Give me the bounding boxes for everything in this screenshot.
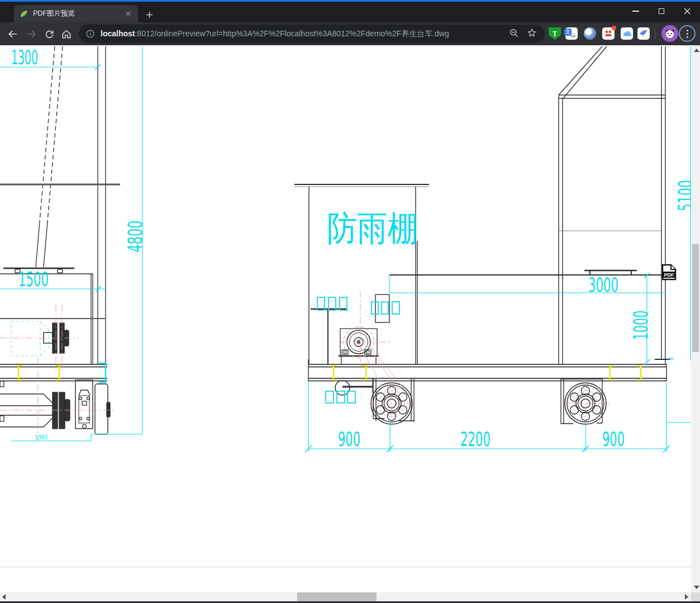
- reload-button[interactable]: [41, 26, 58, 42]
- window-controls: [623, 2, 700, 21]
- belt-lines: [360, 337, 410, 401]
- tab-title: PDF图片预览: [33, 9, 123, 18]
- back-button[interactable]: [4, 26, 21, 42]
- scroll-down-icon[interactable]: [694, 586, 699, 589]
- dim-5100: 5100: [674, 180, 692, 211]
- maximize-button[interactable]: [649, 2, 674, 21]
- horizontal-scrollbar[interactable]: [0, 592, 691, 601]
- dim-1385: 1385: [35, 434, 48, 441]
- bookmark-star-icon[interactable]: [526, 27, 537, 41]
- drive-motor: [335, 327, 379, 395]
- url-bar[interactable]: localhost:8012/onlinePreview?url=http%3A…: [79, 25, 545, 43]
- minimize-button[interactable]: [623, 2, 649, 21]
- forward-button[interactable]: [23, 26, 40, 42]
- horizontal-scroll-thumb[interactable]: [297, 592, 377, 601]
- browser-window: PDF图片预览: [0, 0, 700, 603]
- blue-ring-extension-icon[interactable]: [584, 27, 596, 40]
- dim-1000: 1000: [629, 311, 652, 340]
- tab-close-icon[interactable]: [123, 10, 132, 18]
- shelter-label: 防雨棚: [327, 208, 418, 249]
- zoom-out-icon[interactable]: [508, 27, 520, 41]
- close-button[interactable]: [674, 2, 700, 21]
- red-extension-icon[interactable]: [602, 27, 615, 40]
- cloud-extension-icon[interactable]: [621, 27, 633, 40]
- page-bottom-edge: [0, 567, 691, 568]
- tampermonkey-extension-icon[interactable]: T: [549, 27, 561, 40]
- url-text: localhost:8012/onlinePreview?url=http%3A…: [101, 29, 449, 39]
- url-path: :8012/onlinePreview?url=http%3A%2F%2Floc…: [135, 29, 449, 38]
- tab-strip: PDF图片预览: [0, 2, 700, 22]
- favicon-leaf-icon: [20, 10, 28, 18]
- extension-badge: [612, 26, 616, 30]
- tampermonkey-letter: T: [549, 27, 561, 40]
- translate-extension-icon[interactable]: 文: [565, 27, 578, 40]
- bird-extension-icon[interactable]: [637, 27, 650, 40]
- toolbar-separator: [655, 29, 655, 39]
- dim-1500: 1500: [18, 268, 49, 291]
- browser-toolbar: localhost:8012/onlinePreview?url=http%3A…: [0, 22, 700, 45]
- dim-2200: 2200: [460, 428, 491, 450]
- wheel-assemblies: [371, 378, 606, 424]
- profile-avatar[interactable]: [661, 25, 678, 42]
- new-tab-button[interactable]: [143, 8, 155, 21]
- browser-tab[interactable]: PDF图片预览: [14, 5, 138, 22]
- scroll-left-icon[interactable]: [2, 594, 6, 600]
- pdf-badge-label: PDF: [664, 272, 675, 278]
- scroll-right-icon[interactable]: [685, 594, 688, 600]
- centerlines: [0, 291, 611, 441]
- dimension-labels: 1300 4800 1500 1385 防雨棚 3000 1000 5100 9…: [11, 46, 691, 450]
- vertical-scrollbar[interactable]: [691, 45, 700, 592]
- home-button[interactable]: [58, 26, 75, 42]
- vertical-scroll-thumb[interactable]: [692, 244, 699, 352]
- page-content: 1300 4800 1500 1385 防雨棚 3000 1000 5100 9…: [0, 45, 700, 601]
- scrollbar-corner: [691, 592, 700, 601]
- pdf-file-badge[interactable]: PDF: [661, 264, 677, 283]
- cad-drawing: 1300 4800 1500 1385 防雨棚 3000 1000 5100 9…: [0, 45, 691, 567]
- browser-menu-icon[interactable]: [679, 25, 696, 42]
- dim-4800: 4800: [123, 221, 146, 253]
- page-info-icon[interactable]: [85, 29, 95, 39]
- dim-3000: 3000: [588, 273, 618, 296]
- scroll-up-icon[interactable]: [694, 49, 699, 52]
- dim-900-right: 900: [602, 428, 625, 450]
- dim-900-left: 900: [338, 428, 360, 450]
- url-host: localhost: [101, 29, 135, 38]
- dim-1300: 1300: [11, 46, 38, 69]
